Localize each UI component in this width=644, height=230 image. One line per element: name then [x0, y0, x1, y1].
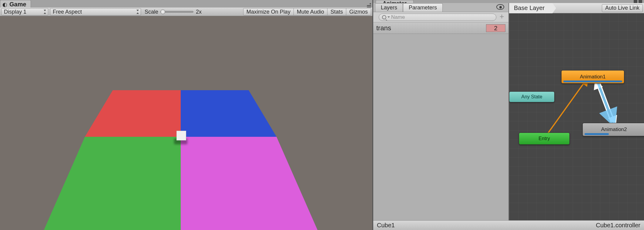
parameter-name: trans: [376, 24, 486, 32]
scale-slider[interactable]: [160, 11, 193, 13]
state-machine-graph[interactable]: Base Layer Auto Live Link Any State Entr…: [509, 3, 644, 220]
scale-label: Scale: [145, 9, 158, 15]
mute-audio-button[interactable]: Mute Audio: [293, 8, 327, 15]
parameters-tabs: Layers Parameters: [373, 3, 508, 12]
node-label: Animation1: [580, 74, 605, 80]
parameters-sidebar: Layers Parameters Name + trans 2: [373, 3, 509, 220]
stats-button[interactable]: Stats: [327, 8, 346, 15]
graph-grid: [509, 3, 644, 220]
game-tab-bar: ◐ Game: [0, 0, 372, 8]
animator-panel: Animator Layers Parameters Name + trans: [372, 0, 644, 230]
cube-object: [176, 131, 186, 140]
floor-plane: [0, 16, 372, 230]
parameter-value-field[interactable]: 2: [486, 24, 505, 32]
unity-logo-icon: ◐: [2, 1, 7, 8]
breadcrumb-base-layer[interactable]: Base Layer: [509, 3, 552, 13]
svg-marker-3: [181, 137, 319, 230]
animator-tab-bar: Animator: [373, 0, 644, 3]
status-object-name: Cube1: [377, 222, 395, 229]
game-toolbar: Display 1 Free Aspect Scale 2x Maximize …: [0, 8, 372, 16]
scale-value: 2x: [196, 9, 217, 15]
animator-status-bar: Cube1 Cube1.controller: [373, 220, 644, 230]
node-any-state[interactable]: Any State: [509, 91, 555, 102]
status-controller-name: Cube1.controller: [596, 222, 640, 229]
animator-content: Layers Parameters Name + trans 2: [373, 3, 644, 220]
gizmos-button[interactable]: Gizmos: [346, 8, 371, 15]
parameter-row[interactable]: trans 2: [373, 22, 508, 34]
search-icon: [382, 15, 386, 19]
parameter-list: trans 2: [373, 22, 508, 220]
display-dropdown[interactable]: Display 1: [1, 8, 48, 15]
node-animation1[interactable]: Animation1: [561, 70, 624, 84]
node-entry[interactable]: Entry: [519, 133, 570, 145]
maximize-on-play-button[interactable]: Maximize On Play: [243, 8, 294, 15]
svg-marker-1: [181, 90, 277, 137]
node-animation2[interactable]: Animation2: [582, 123, 644, 136]
eye-icon[interactable]: [496, 4, 504, 10]
auto-live-link-button[interactable]: Auto Live Link: [602, 4, 643, 12]
svg-marker-0: [85, 90, 181, 137]
aspect-dropdown[interactable]: Free Aspect: [50, 8, 141, 15]
add-parameter-button[interactable]: +: [498, 14, 505, 21]
parameter-search-input[interactable]: Name: [379, 14, 496, 21]
node-progress-bar: [585, 133, 609, 135]
parameters-tab[interactable]: Parameters: [403, 3, 443, 12]
search-placeholder: Name: [391, 14, 405, 20]
layers-tab[interactable]: Layers: [375, 3, 403, 12]
parameter-search-row: Name +: [373, 12, 508, 22]
animator-tab[interactable]: Animator: [376, 0, 414, 3]
scale-slider-knob[interactable]: [160, 9, 165, 14]
panel-menu-icon[interactable]: [367, 3, 371, 8]
game-viewport[interactable]: [0, 16, 372, 230]
search-filter-icon[interactable]: [387, 16, 390, 18]
breadcrumb-bar: Base Layer Auto Live Link: [509, 3, 644, 13]
node-progress-bar: [563, 80, 622, 82]
game-panel: ◐ Game Display 1 Free Aspect Scale 2x Ma…: [0, 0, 372, 230]
svg-marker-2: [42, 137, 181, 230]
node-label: Animation2: [601, 126, 627, 133]
